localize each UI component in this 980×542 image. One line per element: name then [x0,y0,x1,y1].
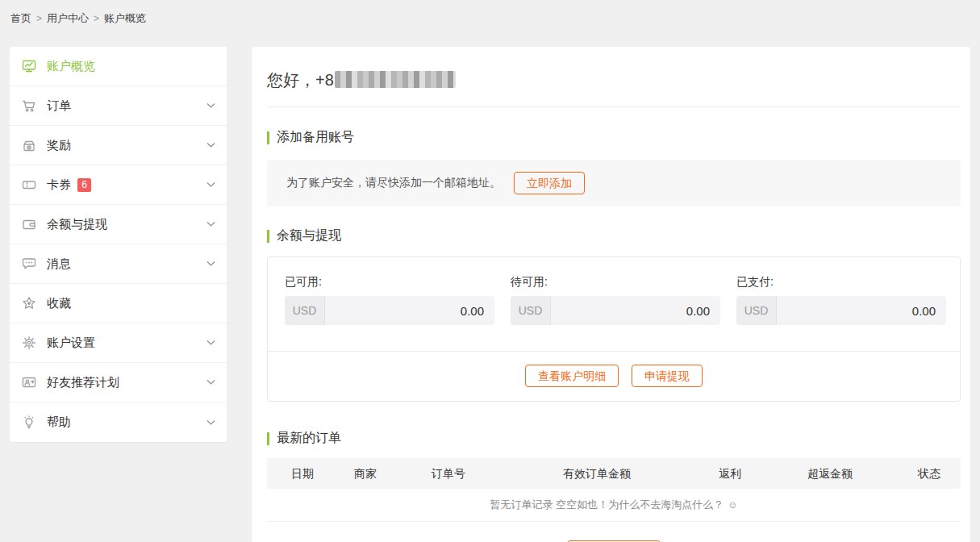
section-accent-bar [267,432,269,445]
masked-phone-number [335,71,456,88]
sidebar-item-label: 收藏 [47,296,71,311]
sidebar-item-label: 订单 [47,98,71,114]
orders-table: 日期 商家 订单号 有效订单金额 返利 超返金额 状态 暂无订单记录 空空如也！… [267,458,961,542]
sidebar-item-messages[interactable]: 消息 [10,244,227,284]
column-header-valid-amount: 有效订单金额 [563,458,631,489]
amount-value: 0.00 [551,296,720,325]
breadcrumb-separator: > [36,13,42,24]
column-header-order-no: 订单号 [432,458,465,489]
sidebar-item-orders[interactable]: 订单 [10,86,227,126]
currency-label: USD [736,296,777,325]
cart-icon [21,98,37,114]
balance-card: 已可用: USD 0.00 待可用: USD 0.00 已支付: USD 0.0… [267,256,961,402]
sidebar-item-label: 好友推荐计划 [47,375,119,390]
section-accent-bar [267,230,269,243]
sidebar-item-label: 账户概览 [47,59,95,74]
chevron-down-icon [206,261,215,267]
sidebar-item-label: 余额与提现 [47,217,107,232]
empty-text: 暂无订单记录 空空如也！为什么不去海淘点什么？ [490,498,724,512]
amount-box: USD 0.00 [511,296,720,325]
chevron-down-icon [206,340,215,346]
breadcrumb-user-center[interactable]: 用户中心 [47,12,89,24]
amount-box: USD 0.00 [736,296,946,325]
column-header-rebate: 返利 [719,458,741,489]
balance-field-paid: 已支付: USD 0.00 [736,275,946,325]
amount-value: 0.00 [325,296,494,325]
view-account-detail-button[interactable]: 查看账户明细 [525,365,619,387]
orders-empty-state: 暂无订单记录 空空如也！为什么不去海淘点什么？ ☺ [267,489,961,522]
column-header-merchant: 商家 [354,458,377,489]
section-accent-bar [267,131,269,144]
coupon-count-badge: 6 [77,178,91,192]
overview-icon [21,58,37,74]
breadcrumb-separator: > [94,13,99,24]
sidebar-item-coupons[interactable]: 卡券 6 [10,165,227,205]
sidebar-item-label: 消息 [47,256,71,272]
balance-field-label: 待可用: [511,275,720,290]
referral-icon [21,374,37,390]
sidebar-item-help[interactable]: 帮助 [10,402,227,442]
balance-field-pending: 待可用: USD 0.00 [511,275,720,325]
section-title-latest-orders: 最新的订单 [267,430,961,447]
coupon-icon [21,177,37,193]
star-icon [21,295,37,311]
help-icon [21,415,37,431]
amount-value: 0.00 [777,296,946,325]
balance-field-available: 已可用: USD 0.00 [285,275,494,325]
section-title-text: 最新的订单 [277,430,341,447]
chevron-down-icon [206,419,215,426]
sidebar-item-rewards[interactable]: 奖励 [10,126,227,165]
column-header-date: 日期 [291,458,314,489]
chevron-down-icon [206,221,215,227]
currency-label: USD [511,296,551,325]
sidebar-item-label: 奖励 [47,138,71,153]
smiley-icon: ☺ [728,499,737,511]
sidebar-item-favorites[interactable]: 收藏 [10,284,227,323]
orders-table-header: 日期 商家 订单号 有效订单金额 返利 超返金额 状态 [267,458,961,489]
amount-box: USD 0.00 [285,296,494,325]
sidebar: 账户概览 订单 奖励 [10,47,227,442]
orders-footer: 查看我的订单 [267,522,961,542]
section-title-text: 添加备用账号 [277,129,354,146]
request-withdraw-button[interactable]: 申请提现 [632,365,703,387]
divider [267,106,961,107]
chevron-down-icon [206,102,215,109]
section-title-text: 余额与提现 [277,227,341,244]
rewards-icon [21,137,37,153]
sidebar-item-label: 账户设置 [47,336,95,351]
breadcrumb-home[interactable]: 首页 [10,12,31,24]
gear-icon [21,335,37,351]
chevron-down-icon [206,142,215,148]
greeting: 您好，+8 [267,47,961,91]
wallet-icon [21,216,37,232]
main-panel: 您好，+8 添加备用账号 为了账户安全，请尽快添加一个邮箱地址。 立即添加 余额… [252,47,970,542]
column-header-extra-rebate: 超返金额 [807,458,853,489]
sidebar-item-referral[interactable]: 好友推荐计划 [10,363,227,402]
sidebar-item-account-settings[interactable]: 账户设置 [10,323,227,363]
balance-field-label: 已可用: [285,275,494,290]
notice-text: 为了账户安全，请尽快添加一个邮箱地址。 [286,176,501,190]
breadcrumb-current: 账户概览 [104,12,146,24]
message-icon [21,256,37,272]
sidebar-item-label: 卡券 [47,177,71,193]
breadcrumb: 首页>用户中心>账户概览 [10,11,146,26]
sidebar-item-account-overview[interactable]: 账户概览 [10,47,227,86]
column-header-status: 状态 [918,458,940,489]
balance-actions: 查看账户明细 申请提现 [268,351,960,401]
currency-label: USD [285,296,325,325]
chevron-down-icon [206,379,215,386]
balance-field-label: 已支付: [736,275,946,290]
chevron-down-icon [206,181,215,188]
greeting-text: 您好，+8 [267,71,334,89]
section-title-balance: 余额与提现 [267,227,961,244]
section-title-backup-account: 添加备用账号 [267,129,961,146]
sidebar-item-balance[interactable]: 余额与提现 [10,205,227,244]
add-email-button[interactable]: 立即添加 [514,172,585,194]
sidebar-item-label: 帮助 [47,415,71,430]
backup-account-notice: 为了账户安全，请尽快添加一个邮箱地址。 立即添加 [267,160,961,206]
